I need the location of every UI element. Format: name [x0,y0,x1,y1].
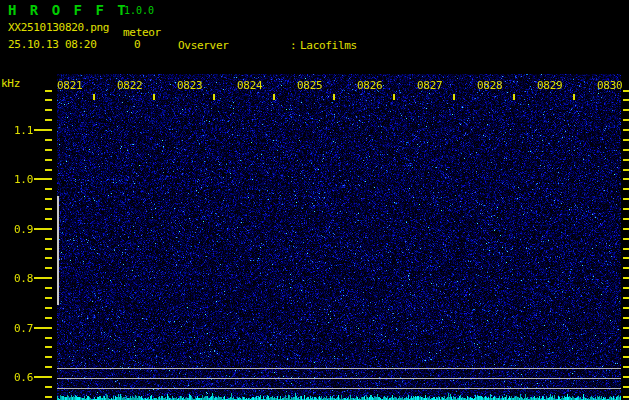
freq-minor-tick [45,297,52,299]
time-minute-tick [573,94,575,100]
time-minute-tick [513,94,515,100]
freq-tick-label: 0.8 [0,272,33,285]
time-tick-label: 0821 [57,79,82,92]
freq-major-tick [34,327,52,329]
datetime-label: 25.10.13 08:20 [8,38,97,51]
freq-minor-tick [45,356,52,358]
freq-minor-tick [45,346,52,348]
freq-right-tick [623,317,629,319]
time-tick-label: 0830 [597,79,622,92]
freq-right-tick [623,119,629,121]
app-version: 1.0.0 [124,5,154,16]
level-scale-line [57,388,621,389]
freq-right-tick [623,169,629,171]
time-tick-label: 0824 [237,79,262,92]
freq-right-tick [623,248,629,250]
time-tick-label: 0825 [297,79,322,92]
freq-major-tick [34,376,52,378]
freq-right-tick [623,159,629,161]
time-tick-label: 0823 [177,79,202,92]
time-tick-label: 0827 [417,79,442,92]
freq-minor-tick [45,188,52,190]
freq-right-tick [623,297,629,299]
freq-right-tick [623,238,629,240]
time-tick-label: 0822 [117,79,142,92]
freq-minor-tick [45,386,52,388]
freq-right-tick [623,139,629,141]
freq-minor-tick [45,149,52,151]
freq-right-tick [623,327,629,329]
freq-right-tick [623,178,629,180]
freq-minor-tick [45,287,52,289]
freq-right-tick [623,188,629,190]
freq-minor-tick [45,366,52,368]
freq-right-tick [623,376,629,378]
freq-minor-tick [45,99,52,101]
freq-right-tick [623,208,629,210]
freq-minor-tick [45,109,52,111]
time-minute-tick [333,94,335,100]
time-tick-label: 0826 [357,79,382,92]
time-minute-tick [393,94,395,100]
freq-right-tick [623,366,629,368]
level-scale-bar [57,196,59,305]
time-minute-tick [213,94,215,100]
freq-right-tick [623,396,629,398]
freq-right-tick [623,307,629,309]
time-minute-tick [93,94,95,100]
freq-minor-tick [45,218,52,220]
freq-right-tick [623,277,629,279]
freq-minor-tick [45,159,52,161]
freq-right-tick [623,337,629,339]
freq-minor-tick [45,307,52,309]
freq-right-tick [623,228,629,230]
freq-minor-tick [45,248,52,250]
freq-right-tick [623,109,629,111]
freq-right-tick [623,287,629,289]
info-row-observer: Ovserver:Lacofilms [178,39,445,52]
level-scale-line [57,368,621,369]
freq-tick-label: 0.9 [0,223,33,236]
app-title: H R O F F T [8,2,128,18]
freq-right-tick [623,198,629,200]
freq-minor-tick [45,139,52,141]
info-separator: : [290,39,300,52]
freq-major-tick [34,228,52,230]
level-scale-line [57,378,621,379]
time-tick-label: 0829 [537,79,562,92]
freq-minor-tick [45,208,52,210]
freq-major-tick [34,129,52,131]
info-label: Ovserver [178,39,290,52]
time-minute-tick [273,94,275,100]
freq-right-tick [623,257,629,259]
freq-minor-tick [45,90,52,92]
output-filename: XX2510130820.png [8,21,109,34]
freq-major-tick [34,178,52,180]
time-minute-tick [153,94,155,100]
time-tick-label: 0828 [477,79,502,92]
echo-count: 0 [134,38,140,51]
freq-major-tick [34,277,52,279]
freq-right-tick [623,356,629,358]
freq-minor-tick [45,238,52,240]
info-value: Lacofilms [300,39,357,52]
freq-minor-tick [45,169,52,171]
freq-right-tick [623,346,629,348]
freq-right-tick [623,129,629,131]
freq-tick-label: 1.1 [0,124,33,137]
freq-minor-tick [45,337,52,339]
freq-minor-tick [45,119,52,121]
freq-minor-tick [45,317,52,319]
freq-minor-tick [45,198,52,200]
freq-minor-tick [45,267,52,269]
freq-minor-tick [45,396,52,398]
freq-right-tick [623,386,629,388]
spectrogram-canvas [57,74,621,400]
hrofft-window: H R O F F T 1.0.0 XX2510130820.png meteo… [0,0,629,400]
freq-right-tick [623,149,629,151]
freq-tick-label: 0.7 [0,322,33,335]
freq-minor-tick [45,257,52,259]
freq-right-tick [623,267,629,269]
freq-right-tick [623,99,629,101]
freq-tick-label: 1.0 [0,173,33,186]
